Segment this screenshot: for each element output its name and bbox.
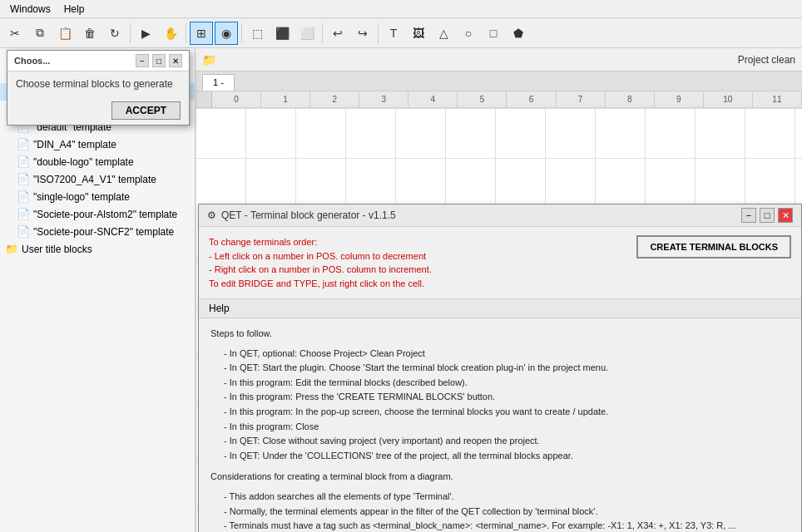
choose-dialog-titlebar: Choos... − □ ✕ (7, 51, 189, 71)
grid-ruler: 01234567891011 (196, 91, 802, 108)
folder-icon: 📁 (202, 53, 216, 66)
tbg-close-button[interactable]: ✕ (778, 208, 793, 223)
sidebar-item-din-a4-template[interactable]: 📄"DIN_A4" template (0, 135, 195, 153)
image-button[interactable]: 🖼 (407, 22, 430, 45)
copy-button[interactable]: ⧉ (28, 22, 52, 45)
consideration-2: - Terminals must have a tag such as <ter… (224, 519, 790, 532)
tbg-minimize-button[interactable]: − (741, 208, 756, 223)
ruler-num-9: 9 (655, 91, 704, 107)
menu-bar: Windows Help (0, 0, 802, 18)
paste-button[interactable]: 📋 (53, 22, 77, 45)
tbg-dialog: ⚙ QET - Terminal block generator - v1.1.… (198, 204, 802, 532)
sidebar-item-iso7200-template[interactable]: 📄"ISO7200_A4_V1" template (0, 170, 195, 188)
step-4: - In this program: In the pop-up screen,… (224, 405, 790, 420)
sidebar-icon-single-logo-template: 📄 (17, 190, 30, 203)
maximize-button[interactable]: □ (152, 54, 166, 67)
cut-button[interactable]: ✂ (3, 22, 27, 45)
grid-button[interactable]: ⊞ (190, 22, 213, 45)
ruler-numbers: 01234567891011 (212, 91, 802, 107)
main-toolbar: ✂ ⧉ 📋 🗑 ↻ ▶ ✋ ⊞ ◉ ⬚ ⬛ ⬜ ↩ ↪ T 🖼 △ ○ □ ⬟ (0, 18, 802, 48)
choose-dialog-footer: ACCEPT (7, 96, 189, 125)
ruler-num-4: 4 (408, 91, 458, 107)
menu-help[interactable]: Help (57, 2, 92, 17)
separator-1 (130, 23, 131, 43)
redo-button[interactable]: ↪ (351, 22, 374, 45)
ruler-num-6: 6 (507, 91, 556, 107)
sidebar-label-societe-alstom2-template: "Societe-pour-Alstom2" template (33, 209, 177, 220)
tab-1[interactable]: 1 - (202, 74, 235, 91)
ruler-num-5: 5 (458, 91, 507, 107)
select-button[interactable]: ▶ (134, 22, 157, 45)
sidebar-label-user-title-blocks: User title blocks (22, 244, 92, 255)
sidebar-label-iso7200-template: "ISO7200_A4_V1" template (33, 174, 156, 185)
zoom-btn2[interactable]: ⬜ (295, 22, 319, 45)
separator-5 (378, 23, 379, 43)
tbg-help-tab[interactable]: Help (199, 299, 801, 318)
delete-button[interactable]: 🗑 (78, 22, 101, 45)
shape-polygon-button[interactable]: ⬟ (507, 22, 530, 45)
steps-list: - In QET, optional: Choose Project> Clea… (210, 347, 790, 464)
shape-circle-button[interactable]: ○ (457, 22, 480, 45)
sidebar-item-single-logo-template[interactable]: 📄"single-logo" template (0, 188, 195, 205)
rotate-button[interactable]: ↻ (103, 22, 126, 45)
consideration-0: - This addon searches all the elements o… (224, 490, 790, 505)
sidebar-item-double-logo-template[interactable]: 📄"double-logo" template (0, 153, 195, 170)
sidebar-icon-societe-sncf2-template: 📄 (17, 225, 30, 238)
ruler-num-7: 7 (557, 91, 606, 107)
step-0: - In QET, optional: Choose Project> Clea… (224, 347, 790, 362)
tab-bar: 1 - (196, 71, 802, 91)
instruction-line-4: To edit BRIDGE and TYPE, just right clic… (209, 277, 628, 291)
choose-dialog-label: Choose terminal blocks to generate (7, 71, 189, 96)
accept-button[interactable]: ACCEPT (111, 101, 181, 120)
tbg-icon: ⚙ (207, 209, 216, 221)
tbg-maximize-button[interactable]: □ (760, 208, 775, 223)
sidebar-icon-iso7200-template: 📄 (17, 173, 30, 185)
create-terminal-blocks-button[interactable]: CREATE TERMINAL BLOCKS (636, 235, 791, 259)
sidebar-item-societe-alstom2-template[interactable]: 📄"Societe-pour-Alstom2" template (0, 205, 195, 223)
step-1: - In QET: Start the plugin. Choose 'Star… (224, 361, 790, 376)
choose-dialog: Choos... − □ ✕ Choose terminal blocks to… (7, 50, 190, 126)
sidebar-label-societe-sncf2-template: "Societe-pour-SNCF2" template (33, 226, 174, 238)
separator-2 (186, 23, 186, 43)
undo-button[interactable]: ↩ (326, 22, 349, 45)
considerations-title: Considerations for creating a terminal b… (210, 470, 790, 485)
choose-dialog-title: Choos... (14, 56, 50, 66)
instruction-line-3: - Right click on a number in POS. column… (209, 263, 628, 277)
ruler-num-2: 2 (310, 91, 359, 107)
sidebar-item-user-title-blocks[interactable]: 📁User title blocks (0, 240, 195, 258)
instruction-line-2: - Left click on a number in POS. column … (209, 249, 628, 264)
sidebar-item-societe-sncf2-template[interactable]: 📄"Societe-pour-SNCF2" template (0, 223, 195, 240)
shape-rect-button[interactable]: □ (482, 22, 505, 45)
shape-triangle-button[interactable]: △ (432, 22, 455, 45)
step-6: - In QET: Close without saving project (… (224, 434, 790, 449)
text-button[interactable]: T (382, 22, 405, 45)
tbg-title: ⚙ QET - Terminal block generator - v1.1.… (207, 209, 396, 221)
steps-title: Steps to follow. (210, 327, 790, 342)
tbg-body: To change terminals order: - Left click … (199, 227, 801, 532)
main-window: Windows Help ✂ ⧉ 📋 🗑 ↻ ▶ ✋ ⊞ ◉ ⬚ ⬛ ⬜ ↩ ↪… (0, 0, 802, 532)
tbg-instructions-text: To change terminals order: - Left click … (209, 235, 628, 290)
instruction-line-1: To change terminals order: (209, 235, 628, 249)
zoom-fit-button[interactable]: ⬛ (270, 22, 294, 45)
sidebar-icon-din-a4-template: 📄 (17, 138, 30, 150)
step-2: - In this program: Edit the terminal blo… (224, 376, 790, 391)
sidebar-icon-double-logo-template: 📄 (17, 155, 30, 168)
step-5: - In this program: Close (224, 420, 790, 435)
ruler-num-11: 11 (753, 91, 802, 107)
separator-3 (241, 23, 242, 43)
ruler-num-10: 10 (704, 91, 753, 107)
sidebar-label-double-logo-template: "double-logo" template (33, 156, 134, 168)
menu-windows[interactable]: Windows (3, 2, 57, 17)
close-button[interactable]: ✕ (169, 54, 182, 67)
minimize-button[interactable]: − (136, 54, 149, 67)
step-3: - In this program: Press the 'CREATE TER… (224, 390, 790, 405)
sidebar-label-single-logo-template: "single-logo" template (33, 191, 130, 203)
tbg-instructions: To change terminals order: - Left click … (199, 227, 801, 299)
snap-button[interactable]: ◉ (215, 22, 238, 45)
ruler-num-8: 8 (606, 91, 655, 107)
project-status: Project clean (738, 54, 795, 66)
rect-select-button[interactable]: ⬚ (245, 22, 269, 45)
consideration-1: - Normally, the terminal elements appear… (224, 505, 790, 520)
move-button[interactable]: ✋ (159, 22, 182, 45)
ruler-num-3: 3 (359, 91, 408, 107)
